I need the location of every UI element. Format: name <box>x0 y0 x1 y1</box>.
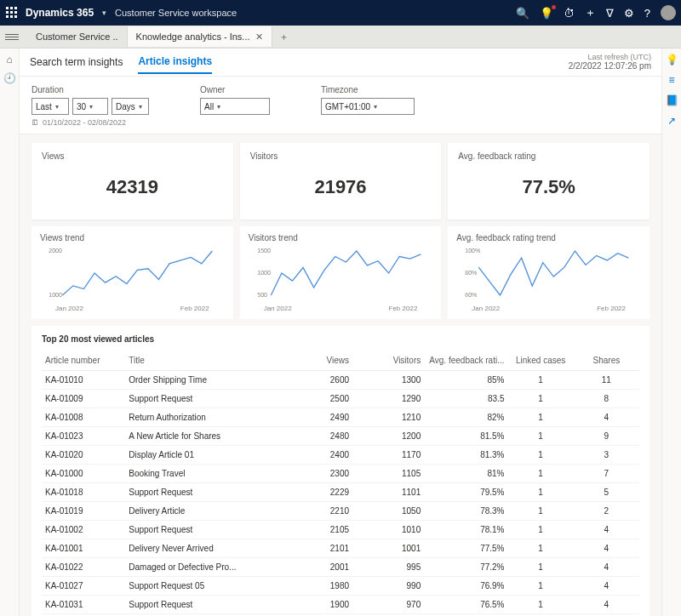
svg-text:2000: 2000 <box>49 248 62 254</box>
bulb-icon[interactable]: 💡 <box>540 7 553 20</box>
duration-mode-select[interactable]: Last▾ <box>31 98 69 115</box>
visitors-trend-card: Visitors trend 50010001500 Jan 2022Feb 2… <box>240 226 442 319</box>
sub-nav: Search term insights Article insights La… <box>20 48 661 77</box>
left-rail: ⌂ 🕘 <box>0 48 20 616</box>
svg-text:80%: 80% <box>466 270 478 276</box>
kpi-views: Views 42319 <box>31 143 233 220</box>
owner-label: Owner <box>200 85 270 94</box>
views-trend-card: Views trend 10002000 Jan 2022Feb 2022 <box>31 226 233 319</box>
timer-icon[interactable]: ⏱ <box>564 7 575 20</box>
bulb-rail-icon[interactable]: 💡 <box>666 54 678 66</box>
tab-search-term-insights[interactable]: Search term insights <box>30 51 123 73</box>
svg-text:1000: 1000 <box>49 292 62 298</box>
brand-label[interactable]: Dynamics 365 <box>26 7 94 19</box>
svg-text:60%: 60% <box>466 292 478 298</box>
clock-icon[interactable]: 🕘 <box>3 72 15 84</box>
timezone-label: Timezone <box>321 85 415 94</box>
topbar: Dynamics 365 ▾ Customer Service workspac… <box>0 0 681 26</box>
list-rail-icon[interactable]: ≡ <box>668 74 674 86</box>
filters-bar: Duration Last▾ 30▾ Days▾ 🗓 01/10/2022 - … <box>20 77 661 134</box>
table-row[interactable]: KA-01002Support Request2105101078.1%14 <box>42 521 639 539</box>
col-views[interactable]: Views <box>281 351 352 371</box>
svg-rect-4 <box>10 11 13 14</box>
new-tab-button[interactable]: ＋ <box>272 26 295 47</box>
svg-rect-7 <box>10 15 13 18</box>
svg-rect-3 <box>6 11 9 14</box>
col-feedback[interactable]: Avg. feedback rati... <box>424 351 507 371</box>
duration-value-select[interactable]: 30▾ <box>72 98 108 115</box>
svg-rect-0 <box>6 7 9 9</box>
col-title[interactable]: Title <box>125 351 281 371</box>
settings-icon[interactable]: ⚙ <box>624 7 634 20</box>
avatar[interactable] <box>661 5 676 20</box>
workspace-label: Customer Service workspace <box>115 8 237 18</box>
svg-rect-6 <box>6 15 9 18</box>
svg-text:100%: 100% <box>466 248 481 254</box>
owner-select[interactable]: All▾ <box>200 98 270 115</box>
app-launcher-icon[interactable] <box>5 6 19 20</box>
share-rail-icon[interactable]: ↗ <box>667 115 676 127</box>
svg-text:1000: 1000 <box>257 270 271 276</box>
filter-icon[interactable]: ∇ <box>606 7 614 20</box>
col-linked-cases[interactable]: Linked cases <box>508 351 574 371</box>
articles-table-card: Top 20 most viewed articles Article numb… <box>31 326 650 616</box>
table-row[interactable]: KA-01020Display Article 012400117081.3%1… <box>42 446 639 465</box>
table-row[interactable]: KA-01031Support Request190097076.5%14 <box>42 596 639 614</box>
date-range-label: 🗓 01/10/2022 - 02/08/2022 <box>31 118 149 134</box>
main-content: Search term insights Article insights La… <box>20 48 661 616</box>
svg-rect-5 <box>14 11 17 14</box>
col-article-number[interactable]: Article number <box>42 351 125 371</box>
hamburger-icon[interactable] <box>5 34 19 40</box>
table-row[interactable]: KA-01027Support Request 05198099076.9%14 <box>42 577 639 596</box>
kpi-feedback: Avg. feedback rating 77.5% <box>448 143 650 220</box>
tab-article-insights[interactable]: Article insights <box>138 50 212 74</box>
table-row[interactable]: KA-01010Order Shipping Time2600130085%11… <box>42 371 639 390</box>
col-shares[interactable]: Shares <box>574 351 639 371</box>
table-row[interactable]: KA-01009Support Request2500129083.518 <box>42 390 639 408</box>
table-row[interactable]: KA-01023A New Article for Shares24801200… <box>42 427 639 446</box>
svg-text:500: 500 <box>257 292 267 298</box>
feedback-trend-chart: 60%80%100% <box>456 246 641 302</box>
window-tab-customer-service[interactable]: Customer Service .. <box>27 26 128 47</box>
close-icon[interactable]: ✕ <box>255 31 263 43</box>
duration-unit-select[interactable]: Days▾ <box>112 98 149 115</box>
views-trend-chart: 10002000 <box>40 246 225 302</box>
col-visitors[interactable]: Visitors <box>352 351 424 371</box>
chevron-down-icon[interactable]: ▾ <box>102 9 106 17</box>
svg-rect-2 <box>14 7 17 9</box>
table-row[interactable]: KA-01019Delivery Article2210105078.3%12 <box>42 502 639 521</box>
feedback-trend-card: Avg. feedback rating trend 60%80%100% Ja… <box>448 226 650 319</box>
window-tab-knowledge-analytics[interactable]: Knowledge analytics - Ins... ✕ <box>128 26 272 47</box>
timezone-select[interactable]: GMT+01:00▾ <box>321 98 415 115</box>
visitors-trend-chart: 50010001500 <box>249 246 433 302</box>
svg-rect-8 <box>14 15 17 18</box>
table-title: Top 20 most viewed articles <box>42 334 639 344</box>
table-row[interactable]: KA-01001Delivery Never Arrived2101100177… <box>42 539 639 558</box>
help-icon[interactable]: ? <box>644 7 650 20</box>
right-rail: 💡 ≡ 📘 ↗ <box>661 48 681 616</box>
table-row[interactable]: KA-01018Support Request2229110179.5%15 <box>42 483 639 502</box>
svg-rect-1 <box>10 7 13 9</box>
book-rail-icon[interactable]: 📘 <box>666 94 678 106</box>
search-icon[interactable]: 🔍 <box>516 7 529 20</box>
svg-text:1500: 1500 <box>257 248 271 254</box>
kpi-visitors: Visitors 21976 <box>240 143 442 220</box>
window-tab-bar: Customer Service .. Knowledge analytics … <box>0 26 681 48</box>
home-icon[interactable]: ⌂ <box>3 54 15 66</box>
calendar-icon: 🗓 <box>31 118 39 127</box>
table-row[interactable]: KA-01022Damaged or Defective Pro...20019… <box>42 558 639 577</box>
articles-table: Article number Title Views Visitors Avg.… <box>42 351 639 616</box>
table-row[interactable]: KA-01000Booking Travel2300110581%17 <box>42 465 639 483</box>
duration-label: Duration <box>31 85 149 94</box>
last-refresh: Last refresh (UTC) 2/2/2022 12:07:26 pm <box>569 53 651 72</box>
table-row[interactable]: KA-01008Return Authorization2490121082%1… <box>42 408 639 427</box>
plus-icon[interactable]: ＋ <box>585 5 596 20</box>
